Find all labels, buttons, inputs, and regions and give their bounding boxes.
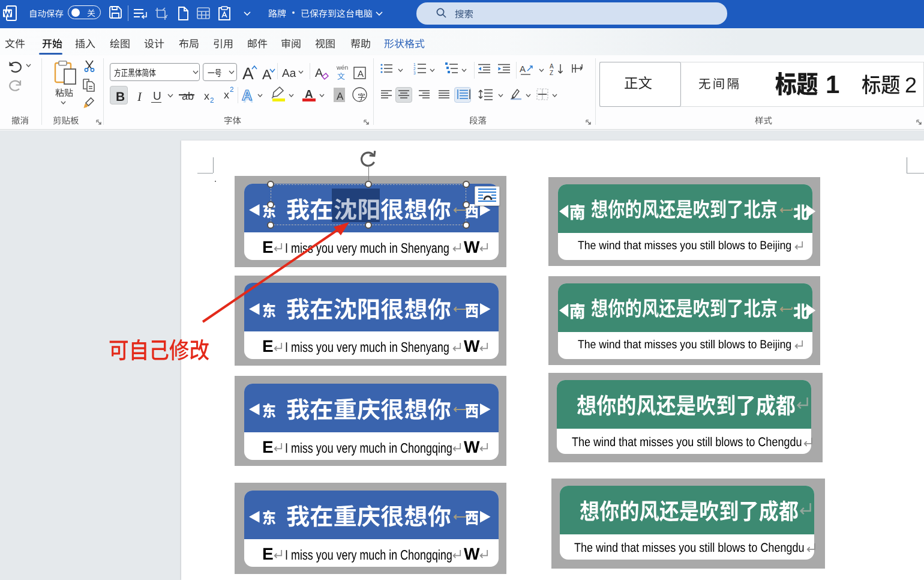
svg-text:1: 1 [413, 62, 416, 67]
svg-text:3: 3 [413, 71, 416, 75]
svg-text:2: 2 [413, 67, 416, 71]
svg-text:Z: Z [550, 70, 553, 76]
svg-text:A: A [550, 63, 554, 70]
svg-text:A: A [520, 64, 526, 74]
svg-text:A: A [242, 87, 252, 103]
